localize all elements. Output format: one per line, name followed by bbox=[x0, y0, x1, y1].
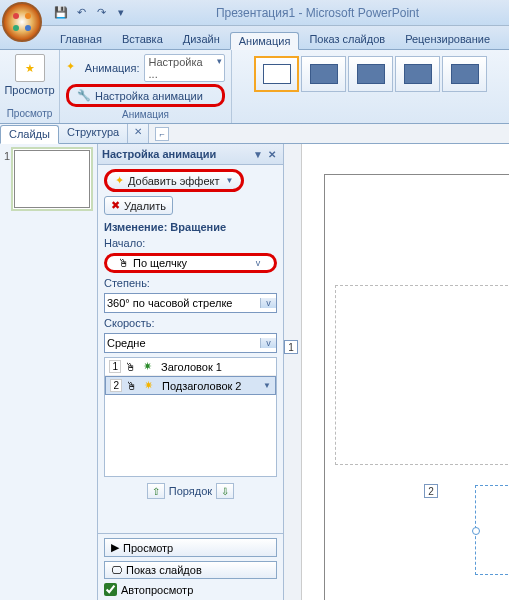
custom-animation-button[interactable]: 🔧 Настройка анимации bbox=[66, 84, 225, 107]
play-label: Просмотр bbox=[123, 542, 173, 554]
slide-editor: З 1 2 bbox=[284, 144, 509, 600]
effect-order: 2 bbox=[110, 379, 122, 392]
svg-point-2 bbox=[13, 25, 19, 31]
add-effect-label: Добавить эффект bbox=[128, 175, 219, 187]
change-section-title: Изменение: Вращение bbox=[104, 221, 277, 233]
thumbnail-item[interactable]: 1 bbox=[4, 150, 93, 208]
speed-combo[interactable]: Средне v bbox=[104, 333, 277, 353]
effect-row[interactable]: 2 🖱 ✷ Подзаголовок 2 ▼ bbox=[105, 376, 276, 395]
animation-icon: ✦ bbox=[66, 60, 81, 76]
undo-icon[interactable]: ↶ bbox=[72, 4, 90, 22]
preview-label: Просмотр bbox=[4, 84, 54, 96]
autopreview-checkbox[interactable]: Автопросмотр bbox=[104, 583, 277, 596]
ribbon: ★ Просмотр Просмотр ✦ Анимация: Настройк… bbox=[0, 50, 509, 124]
add-effect-button[interactable]: ✦ Добавить эффект ▼ bbox=[104, 169, 244, 192]
amount-combo[interactable]: 360° по часовой стрелке v bbox=[104, 293, 277, 313]
pane-menu-icon[interactable]: ▼ bbox=[251, 147, 265, 161]
chevron-down-icon: v bbox=[260, 298, 276, 308]
amount-label: Степень: bbox=[104, 277, 277, 289]
custom-animation-pane: Настройка анимации ▼ ✕ ✦ Добавить эффект… bbox=[98, 144, 284, 600]
svg-point-3 bbox=[25, 25, 31, 31]
group-label-preview: Просмотр bbox=[7, 108, 53, 121]
title-bar: 💾 ↶ ↷ ▾ Презентация1 - Microsoft PowerPo… bbox=[0, 0, 509, 26]
thumbnail-number: 1 bbox=[4, 150, 10, 208]
ribbon-group-animation: ✦ Анимация: Настройка ... 🔧 Настройка ан… bbox=[60, 50, 232, 123]
move-up-button[interactable]: ⇧ bbox=[147, 483, 165, 499]
window-title: Презентация1 - Microsoft PowerPoint bbox=[130, 6, 505, 20]
autopreview-label: Автопросмотр bbox=[121, 584, 193, 596]
office-button[interactable] bbox=[2, 2, 42, 42]
tab-insert[interactable]: Вставка bbox=[112, 29, 173, 49]
animation-tag[interactable]: 2 bbox=[424, 484, 438, 498]
transition-item[interactable] bbox=[348, 56, 393, 92]
remove-icon: ✖ bbox=[111, 199, 120, 212]
remove-label: Удалить bbox=[124, 200, 166, 212]
slide-thumbnails: 1 bbox=[0, 144, 98, 600]
title-placeholder[interactable] bbox=[335, 285, 509, 465]
transition-gallery[interactable] bbox=[250, 52, 491, 96]
start-label: Начало: bbox=[104, 237, 277, 249]
tab-slides[interactable]: Слайды bbox=[0, 125, 59, 144]
effect-row[interactable]: 1 🖱 ✷ Заголовок 1 bbox=[105, 358, 276, 376]
dropdown-icon: ▼ bbox=[225, 176, 233, 185]
tab-selector-icon[interactable]: ⌐ bbox=[155, 127, 169, 141]
left-panel-tabs: Слайды Структура ✕ ⌐ bbox=[0, 124, 509, 144]
tab-slideshow[interactable]: Показ слайдов bbox=[299, 29, 395, 49]
pane-close-icon[interactable]: ✕ bbox=[265, 147, 279, 161]
ribbon-group-preview: ★ Просмотр Просмотр bbox=[0, 50, 60, 123]
preview-button[interactable]: ★ Просмотр bbox=[0, 52, 61, 98]
slideshow-label: Показ слайдов bbox=[126, 564, 202, 576]
play-button[interactable]: ▶ Просмотр bbox=[104, 538, 277, 557]
transition-none[interactable] bbox=[254, 56, 299, 92]
speed-label: Скорость: bbox=[104, 317, 277, 329]
tab-design[interactable]: Дизайн bbox=[173, 29, 230, 49]
chevron-down-icon: v bbox=[250, 258, 266, 268]
save-icon[interactable]: 💾 bbox=[52, 4, 70, 22]
speed-value: Средне bbox=[105, 337, 260, 349]
tab-outline[interactable]: Структура bbox=[59, 124, 128, 143]
animation-combo[interactable]: Настройка ... bbox=[144, 54, 225, 82]
close-panel-icon[interactable]: ✕ bbox=[128, 124, 148, 143]
horizontal-ruler: ⌐ bbox=[148, 124, 509, 143]
mouse-icon: 🖱 bbox=[115, 257, 131, 269]
reorder-controls: ⇧ Порядок ⇩ bbox=[104, 481, 277, 501]
redo-icon[interactable]: ↷ bbox=[92, 4, 110, 22]
tab-home[interactable]: Главная bbox=[50, 29, 112, 49]
svg-point-1 bbox=[25, 13, 31, 19]
add-effect-icon: ✦ bbox=[115, 174, 124, 187]
preview-icon: ★ bbox=[15, 54, 45, 82]
play-icon: ▶ bbox=[111, 541, 119, 554]
reorder-label: Порядок bbox=[169, 485, 212, 497]
move-down-button[interactable]: ⇩ bbox=[216, 483, 234, 499]
pane-title: Настройка анимации bbox=[102, 148, 216, 160]
subtitle-placeholder[interactable] bbox=[475, 485, 509, 575]
remove-effect-button[interactable]: ✖ Удалить bbox=[104, 196, 173, 215]
start-value: По щелчку bbox=[131, 257, 250, 269]
chevron-down-icon: v bbox=[260, 338, 276, 348]
transition-item[interactable] bbox=[442, 56, 487, 92]
spin-icon: ✷ bbox=[144, 379, 158, 392]
slide-canvas[interactable]: З bbox=[324, 174, 509, 600]
autopreview-input[interactable] bbox=[104, 583, 117, 596]
effect-order: 1 bbox=[109, 360, 121, 373]
mouse-icon: 🖱 bbox=[126, 380, 140, 392]
spin-icon: ✷ bbox=[143, 360, 157, 373]
pane-header: Настройка анимации ▼ ✕ bbox=[98, 144, 283, 165]
main-area: 1 Настройка анимации ▼ ✕ ✦ Добавить эффе… bbox=[0, 144, 509, 600]
effect-name: Заголовок 1 bbox=[161, 361, 222, 373]
qat-dropdown-icon[interactable]: ▾ bbox=[112, 4, 130, 22]
tab-animation[interactable]: Анимация bbox=[230, 32, 300, 50]
start-combo[interactable]: 🖱 По щелчку v bbox=[104, 253, 277, 273]
slideshow-button[interactable]: 🖵 Показ слайдов bbox=[104, 561, 277, 579]
transition-item[interactable] bbox=[301, 56, 346, 92]
transition-item[interactable] bbox=[395, 56, 440, 92]
custom-animation-icon: 🔧 bbox=[77, 89, 91, 102]
group-label-animation: Анимация bbox=[122, 109, 169, 122]
slideshow-icon: 🖵 bbox=[111, 564, 122, 576]
tab-review[interactable]: Рецензирование bbox=[395, 29, 500, 49]
chevron-down-icon[interactable]: ▼ bbox=[263, 381, 271, 390]
effect-name: Подзаголовок 2 bbox=[162, 380, 242, 392]
thumbnail-preview[interactable] bbox=[14, 150, 90, 208]
animation-tag[interactable]: 1 bbox=[284, 340, 298, 354]
animation-label: Анимация: bbox=[85, 62, 140, 74]
